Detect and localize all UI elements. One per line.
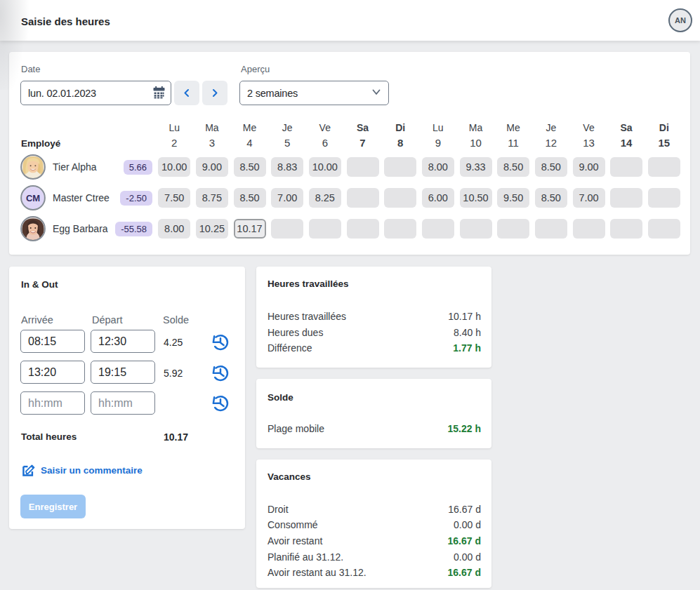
svg-text:CM: CM <box>26 193 40 203</box>
